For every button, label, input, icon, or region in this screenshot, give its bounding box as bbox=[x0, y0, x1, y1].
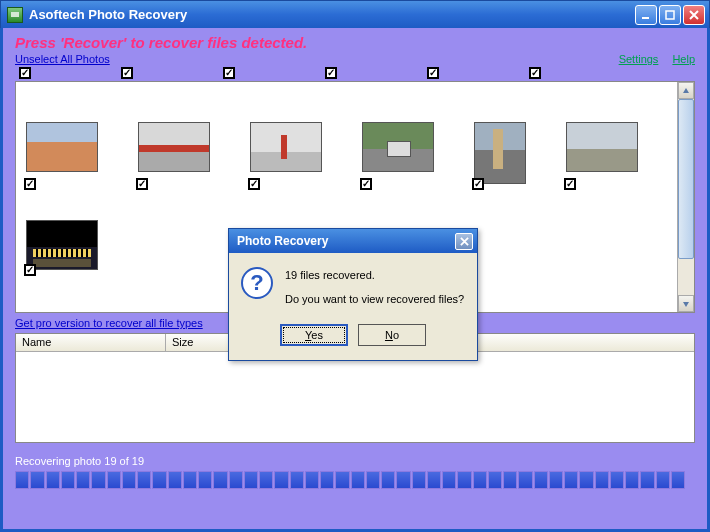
dialog-text: 19 files recovered. Do you want to view … bbox=[285, 267, 464, 308]
progress-segment bbox=[213, 471, 227, 489]
progress-segment bbox=[427, 471, 441, 489]
window-titlebar: Asoftech Photo Recovery bbox=[0, 0, 710, 28]
progress-segment bbox=[107, 471, 121, 489]
dialog-line1: 19 files recovered. bbox=[285, 267, 464, 285]
vertical-scrollbar[interactable] bbox=[677, 82, 694, 312]
dialog-titlebar: Photo Recovery bbox=[229, 229, 477, 253]
progress-segment bbox=[46, 471, 60, 489]
column-header-empty[interactable] bbox=[476, 334, 694, 351]
progress-segment bbox=[366, 471, 380, 489]
scroll-up-arrow[interactable] bbox=[678, 82, 694, 99]
svg-rect-0 bbox=[642, 17, 649, 19]
progress-segment bbox=[656, 471, 670, 489]
progress-segment bbox=[671, 471, 685, 489]
progress-segment bbox=[473, 471, 487, 489]
progress-segment bbox=[152, 471, 166, 489]
main-panel: Press 'Recover' to recover files detecte… bbox=[0, 28, 710, 532]
recovery-dialog: Photo Recovery ? 19 files recovered. Do … bbox=[228, 228, 478, 361]
progress-segment bbox=[396, 471, 410, 489]
scroll-down-arrow[interactable] bbox=[678, 295, 694, 312]
thumb-cell[interactable] bbox=[566, 122, 638, 184]
top-checkbox-row bbox=[15, 67, 695, 79]
minimize-button[interactable] bbox=[635, 5, 657, 25]
dialog-body: ? 19 files recovered. Do you want to vie… bbox=[229, 253, 477, 320]
progress-segment bbox=[457, 471, 471, 489]
progress-segment bbox=[625, 471, 639, 489]
photo-thumbnail bbox=[474, 122, 526, 184]
unselect-all-link[interactable]: Unselect All Photos bbox=[15, 53, 110, 65]
column-header-name[interactable]: Name bbox=[16, 334, 166, 351]
photo-thumbnail bbox=[26, 122, 98, 172]
window-title: Asoftech Photo Recovery bbox=[29, 7, 633, 22]
progress-segment bbox=[305, 471, 319, 489]
progress-segment bbox=[320, 471, 334, 489]
progress-segment bbox=[290, 471, 304, 489]
thumb-cell[interactable] bbox=[362, 122, 434, 184]
progress-segment bbox=[229, 471, 243, 489]
thumb-checkbox[interactable] bbox=[248, 178, 260, 190]
top-check-5[interactable] bbox=[427, 67, 439, 79]
thumb-checkbox[interactable] bbox=[564, 178, 576, 190]
top-check-2[interactable] bbox=[121, 67, 133, 79]
yes-button[interactable]: Yes bbox=[280, 324, 348, 346]
progress-segment bbox=[518, 471, 532, 489]
progress-segment bbox=[168, 471, 182, 489]
scroll-thumb[interactable] bbox=[678, 99, 694, 259]
no-button[interactable]: No bbox=[358, 324, 426, 346]
thumb-cell[interactable] bbox=[138, 122, 210, 184]
progress-segment bbox=[412, 471, 426, 489]
progress-segment bbox=[442, 471, 456, 489]
top-check-1[interactable] bbox=[19, 67, 31, 79]
thumb-checkbox[interactable] bbox=[472, 178, 484, 190]
top-check-4[interactable] bbox=[325, 67, 337, 79]
dialog-button-row: Yes No bbox=[229, 320, 477, 360]
progress-segment bbox=[183, 471, 197, 489]
close-button[interactable] bbox=[683, 5, 705, 25]
thumb-cell[interactable] bbox=[474, 122, 526, 184]
thumb-checkbox[interactable] bbox=[24, 178, 36, 190]
progress-segment bbox=[351, 471, 365, 489]
photo-thumbnail bbox=[362, 122, 434, 172]
progress-segment bbox=[259, 471, 273, 489]
thumb-checkbox[interactable] bbox=[24, 264, 36, 276]
help-link[interactable]: Help bbox=[672, 53, 695, 65]
instruction-text: Press 'Recover' to recover files detecte… bbox=[15, 34, 695, 51]
svg-rect-1 bbox=[666, 11, 674, 19]
progress-segment bbox=[595, 471, 609, 489]
maximize-button[interactable] bbox=[659, 5, 681, 25]
progress-segment bbox=[503, 471, 517, 489]
progress-segment bbox=[610, 471, 624, 489]
scroll-track[interactable] bbox=[678, 99, 694, 295]
progress-segment bbox=[61, 471, 75, 489]
photo-thumbnail bbox=[138, 122, 210, 172]
progress-segment bbox=[122, 471, 136, 489]
top-check-6[interactable] bbox=[529, 67, 541, 79]
progress-segment bbox=[198, 471, 212, 489]
thumb-cell[interactable] bbox=[250, 122, 322, 184]
thumb-cell[interactable] bbox=[26, 122, 98, 184]
progress-segment bbox=[30, 471, 44, 489]
pro-version-link[interactable]: Get pro version to recover all file type… bbox=[15, 317, 203, 329]
progress-segment bbox=[549, 471, 563, 489]
links-row: Unselect All Photos Settings Help bbox=[15, 53, 695, 65]
progress-segment bbox=[564, 471, 578, 489]
thumb-checkbox[interactable] bbox=[136, 178, 148, 190]
top-check-3[interactable] bbox=[223, 67, 235, 79]
photo-thumbnail bbox=[250, 122, 322, 172]
progress-segment bbox=[488, 471, 502, 489]
progress-segment bbox=[534, 471, 548, 489]
progress-segment bbox=[640, 471, 654, 489]
thumbnail-row-1 bbox=[26, 122, 674, 184]
status-text: Recovering photo 19 of 19 bbox=[15, 455, 695, 467]
progress-segment bbox=[381, 471, 395, 489]
photo-thumbnail bbox=[26, 220, 98, 270]
progress-segment bbox=[335, 471, 349, 489]
settings-link[interactable]: Settings bbox=[619, 53, 659, 65]
question-icon: ? bbox=[241, 267, 273, 299]
thumb-checkbox[interactable] bbox=[360, 178, 372, 190]
thumb-cell[interactable] bbox=[26, 220, 98, 270]
progress-segment bbox=[76, 471, 90, 489]
progress-segment bbox=[91, 471, 105, 489]
progress-bar bbox=[15, 471, 685, 489]
dialog-close-button[interactable] bbox=[455, 233, 473, 250]
